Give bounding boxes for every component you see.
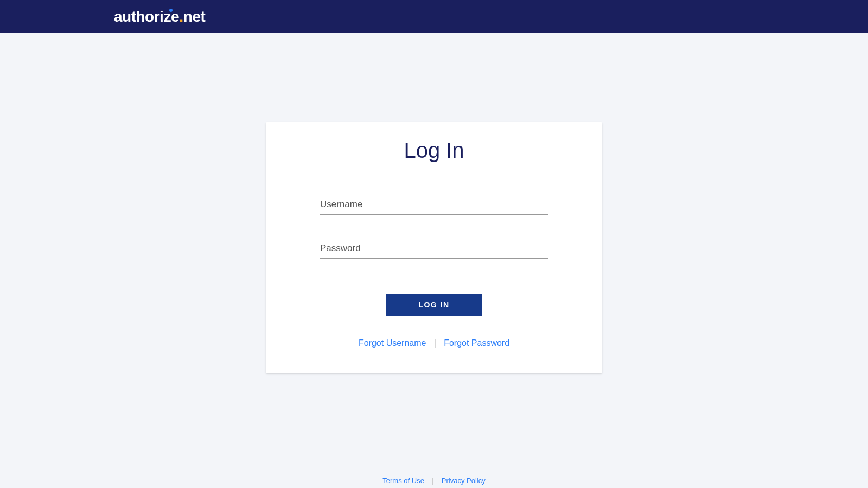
login-button[interactable]: LOG IN bbox=[386, 294, 482, 316]
logo-text-net: net bbox=[183, 8, 206, 25]
login-card: Log In LOG IN Forgot Username | Forgot P… bbox=[266, 122, 602, 373]
header-bar: authorize.net bbox=[0, 0, 868, 33]
footer-divider: | bbox=[432, 476, 434, 485]
main-content: Log In LOG IN Forgot Username | Forgot P… bbox=[0, 33, 868, 373]
footer: Terms of Use | Privacy Policy bbox=[0, 476, 868, 485]
logo-dot-icon: . bbox=[179, 7, 183, 25]
login-title: Log In bbox=[293, 138, 575, 163]
username-group bbox=[320, 192, 548, 215]
forgot-username-link[interactable]: Forgot Username bbox=[359, 338, 426, 348]
username-input[interactable] bbox=[320, 192, 548, 215]
forgot-password-link[interactable]: Forgot Password bbox=[444, 338, 509, 348]
link-divider: | bbox=[433, 337, 436, 349]
terms-of-use-link[interactable]: Terms of Use bbox=[382, 477, 424, 485]
password-input[interactable] bbox=[320, 236, 548, 259]
brand-logo[interactable]: authorize.net bbox=[114, 7, 205, 25]
logo-i-dot-icon bbox=[169, 9, 173, 12]
forgot-links-row: Forgot Username | Forgot Password bbox=[293, 337, 575, 349]
password-group bbox=[320, 236, 548, 259]
privacy-policy-link[interactable]: Privacy Policy bbox=[442, 477, 486, 485]
